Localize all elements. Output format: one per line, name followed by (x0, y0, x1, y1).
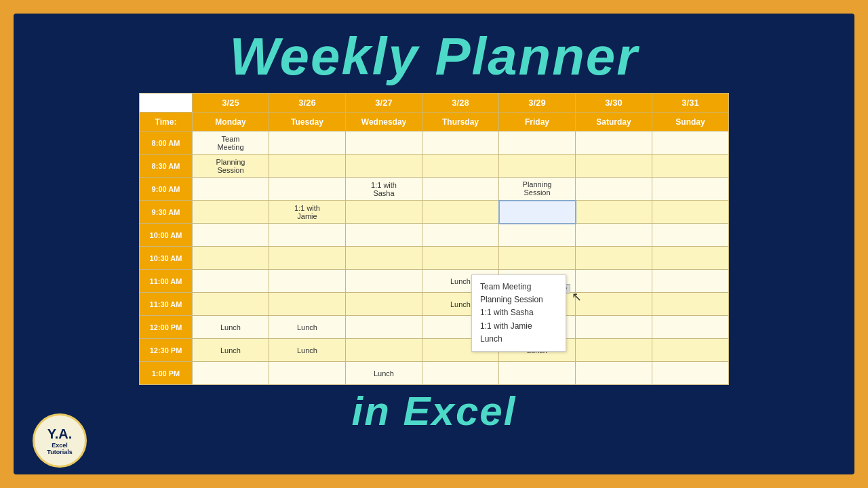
cell-tue-1100[interactable] (269, 270, 346, 293)
cell-sat-1200[interactable] (576, 316, 652, 339)
cell-thu-830[interactable] (422, 155, 499, 178)
time-830am: 8:30 AM (140, 155, 193, 178)
cell-fri-1030[interactable] (499, 247, 576, 270)
date-326: 3/26 (269, 94, 346, 113)
cell-sun-1230[interactable] (652, 339, 729, 362)
time-800am: 8:00 AM (140, 131, 193, 155)
cell-wed-1030[interactable] (346, 247, 422, 270)
cell-tue-1030[interactable] (269, 247, 346, 270)
table-row: 11:30 AM Lunch (140, 293, 729, 316)
cell-mon-1200[interactable]: Lunch (193, 316, 269, 339)
cell-sun-830[interactable] (652, 155, 729, 178)
cell-fri-900[interactable]: PlanningSession (499, 178, 576, 201)
date-331: 3/31 (652, 94, 729, 113)
cell-wed-900[interactable]: 1:1 withSasha (346, 178, 422, 201)
cell-tue-900[interactable] (269, 178, 346, 201)
cell-wed-1130[interactable] (346, 293, 422, 316)
cell-tue-1200[interactable]: Lunch (269, 316, 346, 339)
cell-fri-800[interactable] (499, 131, 576, 155)
cell-mon-1030[interactable] (193, 247, 269, 270)
cell-wed-800[interactable] (346, 131, 422, 155)
cell-fri-100[interactable] (499, 362, 576, 385)
cell-tue-1000[interactable] (269, 224, 346, 247)
time-930am: 9:30 AM (140, 201, 193, 224)
cell-thu-930[interactable] (422, 201, 499, 224)
cell-sun-930[interactable] (652, 201, 729, 224)
cell-wed-830[interactable] (346, 155, 422, 178)
title-top: Weekly Planner (14, 14, 854, 93)
cell-sun-100[interactable] (652, 362, 729, 385)
cell-sat-1130[interactable] (576, 293, 652, 316)
tooltip-item-2: Planning Session (480, 293, 557, 306)
table-row: 8:30 AM PlanningSession (140, 155, 729, 178)
event-tooltip: Team Meeting Planning Session 1:1 with S… (471, 274, 566, 352)
day-header-row: Time: Monday Tuesday Wednesday Thursday … (140, 113, 729, 131)
cell-fri-1000[interactable] (499, 224, 576, 247)
cell-sat-900[interactable] (576, 178, 652, 201)
cell-thu-800[interactable] (422, 131, 499, 155)
cell-tue-800[interactable] (269, 131, 346, 155)
cell-sat-830[interactable] (576, 155, 652, 178)
cell-mon-930[interactable] (193, 201, 269, 224)
cell-tue-930[interactable]: 1:1 withJamie (269, 201, 346, 224)
date-328: 3/28 (422, 94, 499, 113)
time-1230pm: 12:30 PM (140, 339, 193, 362)
date-header-row: 3/25 3/26 3/27 3/28 3/29 3/30 3/31 (140, 94, 729, 113)
cell-thu-1030[interactable] (422, 247, 499, 270)
cell-sat-100[interactable] (576, 362, 652, 385)
table-row: 1:00 PM Lunch (140, 362, 729, 385)
time-100pm: 1:00 PM (140, 362, 193, 385)
cell-wed-1000[interactable] (346, 224, 422, 247)
table-row: 10:00 AM (140, 224, 729, 247)
title-line1: Weekly Planner (229, 26, 638, 86)
cell-mon-830[interactable]: PlanningSession (193, 155, 269, 178)
cell-sun-900[interactable] (652, 178, 729, 201)
cell-sun-800[interactable] (652, 131, 729, 155)
cell-tue-830[interactable] (269, 155, 346, 178)
time-1200pm: 12:00 PM (140, 316, 193, 339)
cell-mon-800[interactable]: TeamMeeting (193, 131, 269, 155)
cell-sat-1030[interactable] (576, 247, 652, 270)
cell-thu-1000[interactable] (422, 224, 499, 247)
cell-mon-1100[interactable] (193, 270, 269, 293)
table-row: 9:00 AM 1:1 withSasha PlanningSession (140, 178, 729, 201)
cell-tue-1130[interactable] (269, 293, 346, 316)
time-label: Time: (140, 113, 193, 131)
cell-thu-100[interactable] (422, 362, 499, 385)
tooltip-item-4: 1:1 with Jamie (480, 320, 557, 333)
cell-sat-1230[interactable] (576, 339, 652, 362)
cell-sat-1000[interactable] (576, 224, 652, 247)
cell-tue-100[interactable] (269, 362, 346, 385)
cell-thu-900[interactable] (422, 178, 499, 201)
cell-sun-1100[interactable] (652, 270, 729, 293)
main-container: Weekly Planner 3/25 3/26 3/27 3/28 3/29 … (14, 14, 854, 474)
date-329: 3/29 (499, 94, 576, 113)
cell-wed-930[interactable] (346, 201, 422, 224)
cell-sat-800[interactable] (576, 131, 652, 155)
table-row: 8:00 AM TeamMeeting (140, 131, 729, 155)
cell-sun-1130[interactable] (652, 293, 729, 316)
cell-fri-830[interactable] (499, 155, 576, 178)
cell-fri-930[interactable] (499, 201, 576, 224)
logo-subtitle: ExcelTutorials (47, 442, 72, 455)
cell-sun-1030[interactable] (652, 247, 729, 270)
day-wednesday: Wednesday (346, 113, 422, 131)
day-thursday: Thursday (422, 113, 499, 131)
cell-sat-930[interactable] (576, 201, 652, 224)
cell-wed-100[interactable]: Lunch (346, 362, 422, 385)
ya-logo: Y.A. ExcelTutorials (33, 413, 87, 468)
cell-wed-1100[interactable] (346, 270, 422, 293)
cell-mon-900[interactable] (193, 178, 269, 201)
cell-sat-1100[interactable] (576, 270, 652, 293)
cell-mon-1130[interactable] (193, 293, 269, 316)
cell-wed-1230[interactable] (346, 339, 422, 362)
cell-mon-100[interactable] (193, 362, 269, 385)
cell-wed-1200[interactable] (346, 316, 422, 339)
cell-sun-1000[interactable] (652, 224, 729, 247)
cell-sun-1200[interactable] (652, 316, 729, 339)
cell-tue-1230[interactable]: Lunch (269, 339, 346, 362)
cell-mon-1230[interactable]: Lunch (193, 339, 269, 362)
tooltip-item-1: Team Meeting (480, 281, 557, 293)
time-1030am: 10:30 AM (140, 247, 193, 270)
cell-mon-1000[interactable] (193, 224, 269, 247)
